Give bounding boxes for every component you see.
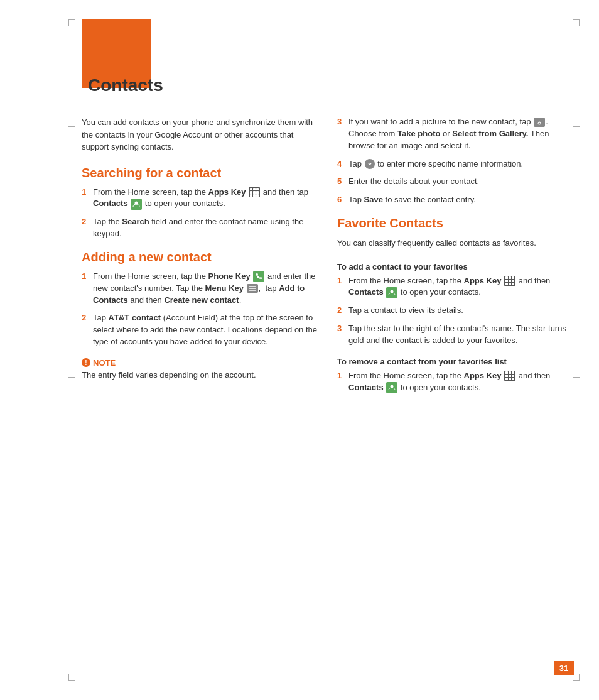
fav-add-step-3-text: Tap the star to the right of the contact… xyxy=(348,323,574,347)
left-column: You can add contacts on your phone and s… xyxy=(82,116,318,403)
add-favorites-steps: 1 From the Home screen, tap the Apps Key… xyxy=(337,275,574,347)
fav-add-step-num-2: 2 xyxy=(337,305,345,317)
page: Contacts You can add contacts on your ph… xyxy=(0,0,599,700)
step-num-2: 2 xyxy=(82,216,89,240)
searching-steps-list: 1 From the Home screen, tap the Apps Key… xyxy=(82,187,318,240)
fav-add-step-2: 2 Tap a contact to view its details. xyxy=(337,305,574,317)
adding-step-1-text: From the Home screen, tap the Phone Key … xyxy=(93,271,318,307)
note-title: ! NOTE xyxy=(82,358,318,368)
fav-remove-step-num-1: 1 xyxy=(337,370,345,394)
arrow-down-icon xyxy=(365,159,375,169)
searching-step-2-text: Tap the Search field and enter the conta… xyxy=(93,216,318,240)
note-icon: ! xyxy=(82,358,90,367)
title-area: Contacts xyxy=(82,69,163,96)
fav-add-step-3: 3 Tap the star to the right of the conta… xyxy=(337,323,574,347)
remove-favorites-subtitle: To remove a contact from your favorites … xyxy=(337,357,574,366)
note-block: ! NOTE The entry field varies depending … xyxy=(82,358,318,381)
page-title: Contacts xyxy=(82,69,163,96)
adding-step-num-1: 1 xyxy=(82,271,89,307)
adding-step-1: 1 From the Home screen, tap the Phone Ke… xyxy=(82,271,318,307)
intro-text: You can add contacts on your phone and s… xyxy=(82,116,318,153)
adding-continued-steps: 3 If you want to add a picture to the ne… xyxy=(337,116,574,206)
adding-step-num-3: 3 xyxy=(337,116,345,152)
adding-step-4: 4 Tap to enter more specific name inform… xyxy=(337,158,574,170)
searching-section-title: Searching for a contact xyxy=(82,166,318,180)
fav-add-step-1-text: From the Home screen, tap the Apps Key a… xyxy=(348,275,574,299)
side-mark-left-mid xyxy=(68,377,75,378)
searching-step-1: 1 From the Home screen, tap the Apps Key… xyxy=(82,187,318,211)
fav-add-step-num-3: 3 xyxy=(337,323,345,347)
apps-grid-3 xyxy=(505,371,514,380)
searching-step-2: 2 Tap the Search field and enter the con… xyxy=(82,216,318,240)
contacts-icon-2 xyxy=(386,287,397,298)
adding-step-num-6: 6 xyxy=(337,194,345,206)
main-content: You can add contacts on your phone and s… xyxy=(82,116,574,403)
adding-step-3-text: If you want to add a picture to the new … xyxy=(348,116,574,152)
svg-rect-7 xyxy=(538,119,541,121)
favorites-section-title: Favorite Contacts xyxy=(337,216,574,231)
apps-key-icon xyxy=(249,187,260,197)
fav-add-step-1: 1 From the Home screen, tap the Apps Key… xyxy=(337,275,574,299)
apps-grid-2 xyxy=(505,276,514,285)
step-num-1: 1 xyxy=(82,187,89,211)
fav-remove-step-1-text: From the Home screen, tap the Apps Key a… xyxy=(348,370,574,394)
adding-step-2: 2 Tap AT&T contact (Account Field) at th… xyxy=(82,312,318,348)
phone-key-icon xyxy=(253,271,264,282)
adding-step-6-text: Tap Save to save the contact entry. xyxy=(348,194,574,206)
adding-step-num-4: 4 xyxy=(337,158,345,170)
side-mark-left-top xyxy=(68,126,75,127)
remove-favorites-steps: 1 From the Home screen, tap the Apps Key… xyxy=(337,370,574,394)
adding-steps-list: 1 From the Home screen, tap the Phone Ke… xyxy=(82,271,318,348)
apps-key-icon-3 xyxy=(504,371,515,381)
adding-step-2-text: Tap AT&T contact (Account Field) at the … xyxy=(93,312,318,348)
adding-step-5-text: Enter the details about your contact. xyxy=(348,176,574,188)
favorites-intro: You can classify frequently called conta… xyxy=(337,237,574,249)
fav-add-step-2-text: Tap a contact to view its details. xyxy=(348,305,574,317)
adding-step-6: 6 Tap Save to save the contact entry. xyxy=(337,194,574,206)
fav-add-step-num-1: 1 xyxy=(337,275,345,299)
corner-mark-tl xyxy=(68,19,75,26)
adding-step-5: 5 Enter the details about your contact. xyxy=(337,176,574,188)
corner-mark-bl xyxy=(68,674,75,681)
right-column: 3 If you want to add a picture to the ne… xyxy=(337,116,574,403)
page-number: 31 xyxy=(554,661,574,675)
adding-step-num-5: 5 xyxy=(337,176,345,188)
menu-key-icon xyxy=(247,284,258,293)
note-label: NOTE xyxy=(93,358,116,368)
svg-point-6 xyxy=(539,122,541,124)
adding-section-title: Adding a new contact xyxy=(82,250,318,265)
fav-remove-step-1: 1 From the Home screen, tap the Apps Key… xyxy=(337,370,574,394)
apps-grid xyxy=(250,188,259,197)
add-favorites-subtitle: To add a contact to your favorites xyxy=(337,262,574,271)
note-text: The entry field varies depending on the … xyxy=(82,369,318,381)
contacts-icon xyxy=(131,199,142,210)
contacts-icon-3 xyxy=(386,382,397,393)
apps-key-icon-2 xyxy=(504,276,515,286)
adding-step-num-2: 2 xyxy=(82,312,89,348)
adding-step-4-text: Tap to enter more specific name informat… xyxy=(348,158,574,170)
corner-mark-tr xyxy=(573,19,580,26)
searching-step-1-text: From the Home screen, tap the Apps Key a… xyxy=(93,187,318,211)
adding-step-3: 3 If you want to add a picture to the ne… xyxy=(337,116,574,152)
camera-icon xyxy=(534,118,545,127)
